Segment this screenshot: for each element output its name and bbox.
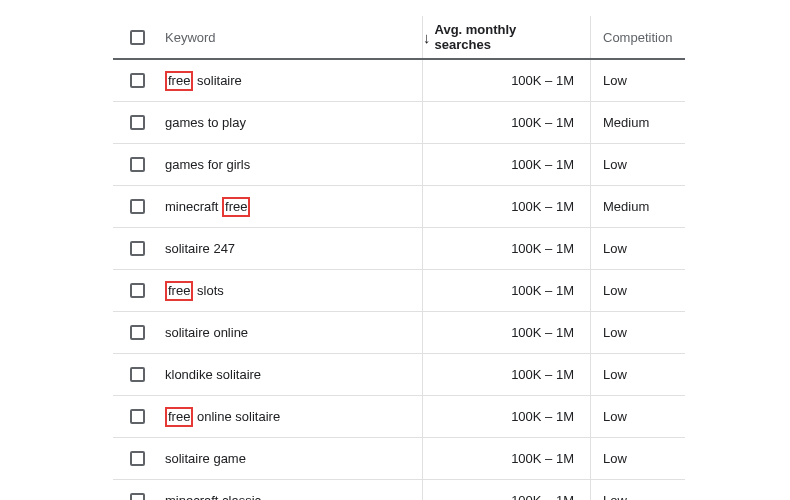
searches-cell: 100K – 1M — [423, 186, 591, 227]
table-header-row: Keyword ↓ Avg. monthly searches Competit… — [113, 16, 685, 60]
keyword-text: solitaire online — [165, 325, 248, 340]
table-row: solitaire online100K – 1MLow — [113, 312, 685, 354]
keyword-cell[interactable]: games to play — [161, 102, 423, 143]
keyword-highlight: free — [165, 71, 193, 91]
select-all-checkbox[interactable] — [130, 30, 145, 45]
searches-value: 100K – 1M — [511, 73, 574, 88]
keyword-text: free slots — [165, 281, 224, 301]
keyword-text: games to play — [165, 115, 246, 130]
row-checkbox-cell — [113, 367, 161, 382]
competition-cell: Low — [591, 396, 685, 437]
competition-value: Low — [603, 493, 627, 500]
competition-cell: Low — [591, 480, 685, 500]
searches-value: 100K – 1M — [511, 493, 574, 500]
keyword-cell[interactable]: free slots — [161, 270, 423, 311]
table-row: games to play100K – 1MMedium — [113, 102, 685, 144]
header-keyword-label: Keyword — [165, 30, 216, 45]
searches-value: 100K – 1M — [511, 115, 574, 130]
searches-cell: 100K – 1M — [423, 480, 591, 500]
table-row: free online solitaire100K – 1MLow — [113, 396, 685, 438]
searches-value: 100K – 1M — [511, 451, 574, 466]
keyword-text: free solitaire — [165, 71, 242, 91]
keyword-cell[interactable]: minecraft classic — [161, 480, 423, 500]
row-checkbox-cell — [113, 199, 161, 214]
searches-cell: 100K – 1M — [423, 312, 591, 353]
competition-cell: Low — [591, 354, 685, 395]
row-checkbox-cell — [113, 325, 161, 340]
row-checkbox[interactable] — [130, 493, 145, 500]
table-row: minecraft classic100K – 1MLow — [113, 480, 685, 500]
searches-cell: 100K – 1M — [423, 396, 591, 437]
row-checkbox[interactable] — [130, 241, 145, 256]
keyword-cell[interactable]: free solitaire — [161, 60, 423, 101]
table-row: minecraft free100K – 1MMedium — [113, 186, 685, 228]
keyword-text: klondike solitaire — [165, 367, 261, 382]
header-keyword[interactable]: Keyword — [161, 16, 423, 58]
table-row: free slots100K – 1MLow — [113, 270, 685, 312]
row-checkbox[interactable] — [130, 73, 145, 88]
row-checkbox[interactable] — [130, 283, 145, 298]
row-checkbox[interactable] — [130, 115, 145, 130]
competition-cell: Low — [591, 438, 685, 479]
row-checkbox[interactable] — [130, 325, 145, 340]
competition-value: Low — [603, 367, 627, 382]
row-checkbox-cell — [113, 241, 161, 256]
row-checkbox-cell — [113, 115, 161, 130]
competition-cell: Low — [591, 270, 685, 311]
row-checkbox[interactable] — [130, 409, 145, 424]
searches-cell: 100K – 1M — [423, 60, 591, 101]
keyword-cell[interactable]: minecraft free — [161, 186, 423, 227]
competition-cell: Low — [591, 312, 685, 353]
table-row: klondike solitaire100K – 1MLow — [113, 354, 685, 396]
keyword-highlight: free — [165, 407, 193, 427]
header-competition-label: Competition — [603, 30, 672, 45]
keyword-cell[interactable]: solitaire game — [161, 438, 423, 479]
keyword-table: Keyword ↓ Avg. monthly searches Competit… — [113, 16, 685, 500]
header-checkbox-cell — [113, 30, 161, 45]
competition-value: Low — [603, 241, 627, 256]
header-searches[interactable]: ↓ Avg. monthly searches — [423, 16, 591, 58]
keyword-highlight: free — [165, 281, 193, 301]
keyword-text: solitaire 247 — [165, 241, 235, 256]
keyword-cell[interactable]: games for girls — [161, 144, 423, 185]
keyword-cell[interactable]: solitaire 247 — [161, 228, 423, 269]
competition-cell: Medium — [591, 102, 685, 143]
searches-value: 100K – 1M — [511, 283, 574, 298]
searches-value: 100K – 1M — [511, 199, 574, 214]
table-row: free solitaire100K – 1MLow — [113, 60, 685, 102]
competition-cell: Low — [591, 228, 685, 269]
searches-cell: 100K – 1M — [423, 102, 591, 143]
keyword-text: minecraft free — [165, 197, 250, 217]
row-checkbox-cell — [113, 73, 161, 88]
keyword-cell[interactable]: klondike solitaire — [161, 354, 423, 395]
keyword-text: minecraft classic — [165, 493, 261, 500]
keyword-text: free online solitaire — [165, 407, 280, 427]
competition-cell: Low — [591, 144, 685, 185]
competition-value: Low — [603, 325, 627, 340]
table-row: solitaire game100K – 1MLow — [113, 438, 685, 480]
competition-value: Medium — [603, 115, 649, 130]
competition-value: Low — [603, 73, 627, 88]
keyword-text: games for girls — [165, 157, 250, 172]
keyword-highlight: free — [222, 197, 250, 217]
row-checkbox[interactable] — [130, 199, 145, 214]
competition-value: Medium — [603, 199, 649, 214]
searches-value: 100K – 1M — [511, 241, 574, 256]
searches-cell: 100K – 1M — [423, 270, 591, 311]
keyword-cell[interactable]: free online solitaire — [161, 396, 423, 437]
competition-cell: Medium — [591, 186, 685, 227]
row-checkbox-cell — [113, 409, 161, 424]
searches-cell: 100K – 1M — [423, 438, 591, 479]
table-row: solitaire 247100K – 1MLow — [113, 228, 685, 270]
competition-value: Low — [603, 409, 627, 424]
header-searches-label: Avg. monthly searches — [435, 22, 575, 52]
header-competition[interactable]: Competition — [591, 16, 685, 58]
searches-value: 100K – 1M — [511, 409, 574, 424]
searches-cell: 100K – 1M — [423, 144, 591, 185]
row-checkbox[interactable] — [130, 451, 145, 466]
row-checkbox[interactable] — [130, 367, 145, 382]
searches-cell: 100K – 1M — [423, 354, 591, 395]
row-checkbox[interactable] — [130, 157, 145, 172]
competition-value: Low — [603, 157, 627, 172]
keyword-cell[interactable]: solitaire online — [161, 312, 423, 353]
